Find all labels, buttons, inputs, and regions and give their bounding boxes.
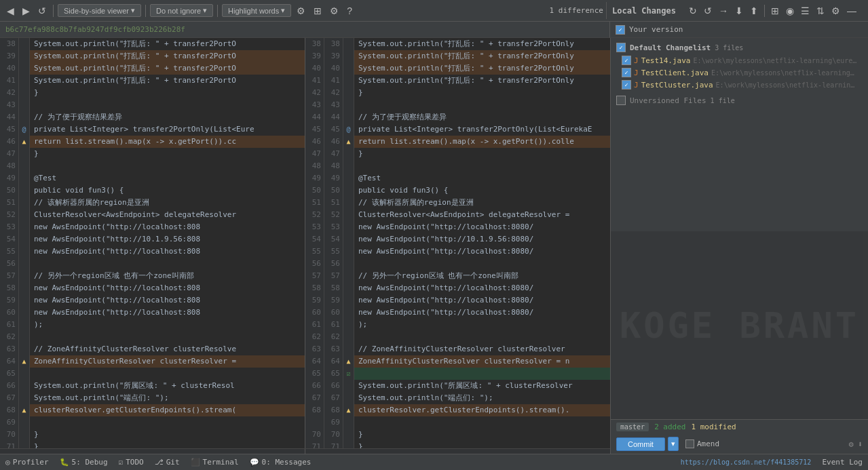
unversioned-checkbox[interactable] <box>616 96 626 105</box>
commit-area: Commit ▾ Amend ⚙ ⬇ <box>611 434 868 454</box>
settings-icon[interactable]: ⚙ <box>327 4 341 18</box>
git-icon: ⎇ <box>155 458 164 467</box>
unversioned-section[interactable]: Unversioned Files 1 file <box>611 94 868 107</box>
panel-eye-btn[interactable]: ◉ <box>784 5 796 17</box>
file-name: Test14.java <box>641 56 691 65</box>
local-changes-panel: ✓ Default Changelist 3 files ✓ J Test14.… <box>610 38 868 454</box>
profiler-item[interactable]: ◎ Profiler <box>5 458 49 467</box>
file-checkbox[interactable]: ✓ <box>622 68 631 77</box>
file-item[interactable]: ✓ J TestCluster.java E:\work\mylessons\n… <box>611 79 868 91</box>
url-item[interactable]: https://blog.csdn.net/f441385712 <box>681 458 812 466</box>
main-toolbar: ◀ ▶ ↺ Side-by-side viewer ▾ Do not ignor… <box>0 0 868 22</box>
panel-upload-btn[interactable]: ⬆ <box>748 5 760 17</box>
file-name: TestCluster.java <box>641 81 713 90</box>
left-panel: 3839404142434445464748495051525354555657… <box>0 38 305 448</box>
help-icon[interactable]: ? <box>344 4 355 18</box>
panel-list-btn[interactable]: ☰ <box>799 5 812 17</box>
filter-icon[interactable]: ⚙ <box>294 4 308 18</box>
file-path: E:\work\mylessons\netflix-learning\eur <box>711 69 857 77</box>
messages-item[interactable]: 💬 0: Messages <box>250 458 312 467</box>
changelist-section-header[interactable]: ✓ Default Changelist 3 files <box>611 41 868 54</box>
highlight-label: Highlight words <box>228 7 279 15</box>
panel-toolbar: ↻ ↺ → ⬇ ⬆ ⊞ ◉ ☰ ⇅ ⚙ — <box>687 5 858 17</box>
panel-group-btn[interactable]: ⊞ <box>769 5 781 17</box>
file-path: E:\work\mylessons\netflix-learning\eurek… <box>693 57 857 64</box>
debug-icon: 🐛 <box>60 458 69 467</box>
panel-close-btn[interactable]: — <box>845 5 858 17</box>
right-mark-col: @▲▲☑▲ <box>343 38 354 448</box>
file-checkbox[interactable]: ✓ <box>622 80 631 90</box>
file-count: 3 files <box>715 44 743 52</box>
right-panel-bottom: master 2 added 1 modified Commit ▾ Amend… <box>611 419 868 454</box>
left-code[interactable]: System.out.println("打乱后: " + transfer2Po… <box>30 38 305 448</box>
amend-label[interactable]: Amend <box>697 439 719 448</box>
viewer-dropdown-icon: ▾ <box>131 6 135 15</box>
unversioned-label: Unversioned Files <box>630 96 706 105</box>
panel-move-btn[interactable]: → <box>717 5 730 17</box>
version-bar: ✓ Your version <box>610 22 868 38</box>
commit-arrow-icon[interactable]: ⬇ <box>858 439 863 449</box>
modified-count: 1 modified <box>691 423 736 431</box>
left-mark-col: @▲▲▲ <box>19 38 30 448</box>
watermark-area: KOGE BRANT <box>611 231 868 419</box>
commit-settings-icon[interactable]: ⚙ <box>849 439 854 449</box>
todo-item[interactable]: ☑ TODO <box>119 458 144 467</box>
right-code[interactable]: System.out.println("打乱后: " + transfer2Po… <box>354 38 610 448</box>
diff-count: 1 difference <box>550 6 603 15</box>
right-panel-diff: 3839404142434445464748495051525354555657… <box>305 38 610 448</box>
debug-item[interactable]: 🐛 5: Debug <box>60 458 108 467</box>
scroll-area[interactable] <box>0 448 610 454</box>
ignore-label: Do not ignore <box>156 7 201 15</box>
file-checkbox[interactable]: ✓ <box>622 56 631 65</box>
git-item[interactable]: ⎇ Git <box>155 458 180 467</box>
default-changelist-checkbox[interactable]: ✓ <box>616 43 626 52</box>
undo-button[interactable]: ↺ <box>35 4 49 18</box>
event-log-label: Event Log <box>822 458 863 467</box>
right-scrollbar[interactable] <box>305 449 610 454</box>
debug-label: 5: Debug <box>72 458 108 467</box>
highlight-selector[interactable]: Highlight words ▾ <box>222 4 291 17</box>
file-item[interactable]: ✓ J TestClient.java E:\work\mylessons\ne… <box>611 66 868 79</box>
panel-undo-btn[interactable]: ↺ <box>702 5 714 17</box>
viewer-label: Side-by-side viewer <box>64 7 129 15</box>
panel-settings-btn[interactable]: ⚙ <box>829 5 842 17</box>
columns-icon[interactable]: ⊞ <box>311 4 324 18</box>
unversioned-count: 1 file <box>711 97 735 104</box>
ignore-selector[interactable]: Do not ignore ▾ <box>150 4 213 17</box>
version-checkbox[interactable]: ✓ <box>616 25 625 35</box>
viewer-selector[interactable]: Side-by-side viewer ▾ <box>58 4 141 17</box>
forward-button[interactable]: ▶ <box>20 4 33 18</box>
sep2 <box>145 5 146 17</box>
changelist-area: ✓ Default Changelist 3 files ✓ J Test14.… <box>611 38 868 231</box>
profiler-label: Profiler <box>13 458 49 467</box>
right-line-nums2: 3839404142434445464748495051525354555657… <box>324 38 343 448</box>
panel-refresh-btn[interactable]: ↻ <box>687 5 699 17</box>
todo-icon: ☑ <box>119 458 124 467</box>
java-icon: J <box>634 56 639 65</box>
event-log-item[interactable]: Event Log <box>822 458 863 467</box>
terminal-item[interactable]: ⬛ Terminal <box>191 458 239 467</box>
terminal-icon: ⬛ <box>191 458 200 467</box>
highlight-dropdown-icon: ▾ <box>281 6 285 15</box>
commit-dropdown[interactable]: ▾ <box>668 437 679 451</box>
panel-save-btn[interactable]: ⬇ <box>733 5 745 17</box>
left-scrollbar[interactable] <box>0 449 305 454</box>
local-changes-title: Local Changes <box>612 6 676 16</box>
panel-sort-btn[interactable]: ⇅ <box>814 5 827 17</box>
terminal-label: Terminal <box>203 458 239 467</box>
ignore-dropdown-icon: ▾ <box>203 6 207 15</box>
amend-checkbox[interactable] <box>685 439 694 448</box>
file-list: ✓ J Test14.java E:\work\mylessons\netfli… <box>611 54 868 91</box>
watermark-text: KOGE BRANT <box>620 305 859 346</box>
right-line-nums1: 3839404142434445464748495051525354555657… <box>305 38 324 448</box>
back-button[interactable]: ◀ <box>4 4 17 18</box>
panel-sep <box>764 5 765 17</box>
commit-button[interactable]: Commit <box>616 437 665 451</box>
profiler-icon: ◎ <box>5 458 10 467</box>
file-path: E:\work\mylessons\netflix-learning\eu <box>716 81 857 89</box>
file-item[interactable]: ✓ J Test14.java E:\work\mylessons\netfli… <box>611 54 868 66</box>
url-text: https://blog.csdn.net/f441385712 <box>681 458 812 466</box>
left-line-numbers: 3839404142434445464748495051525354555657… <box>0 38 19 448</box>
status-bar: ◎ Profiler 🐛 5: Debug ☑ TODO ⎇ Git ⬛ Ter… <box>0 454 868 470</box>
todo-label: TODO <box>126 458 144 467</box>
